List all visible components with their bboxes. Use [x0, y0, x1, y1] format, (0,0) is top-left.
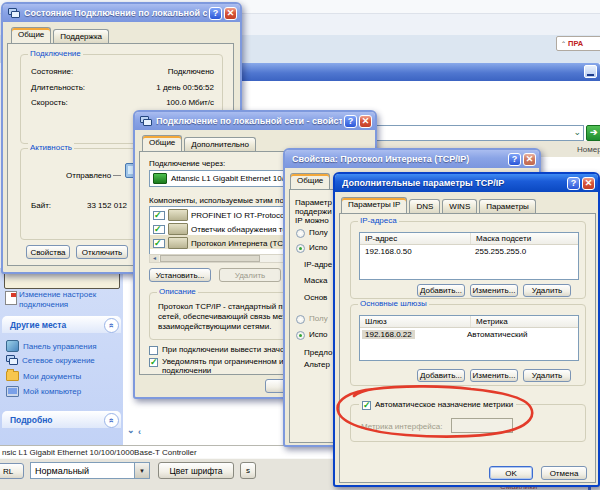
collapse-details-button[interactable]: » — [104, 413, 119, 428]
gateway-add-button[interactable]: Добавить... — [417, 369, 465, 382]
notify-checkbox[interactable] — [149, 358, 158, 367]
ip-address-row[interactable]: 192.168.0.50 255.255.255.0 — [360, 245, 578, 258]
ip-remove-label: Удалить — [532, 286, 563, 295]
tab-wins[interactable]: WINS — [442, 199, 477, 213]
tab-general[interactable]: Общие — [290, 173, 330, 189]
radio-use-ip[interactable]: Испо — [296, 243, 328, 253]
show-icon-checkbox[interactable] — [149, 346, 158, 355]
lan-properties-titlebar[interactable]: Подключение по локальной сети - свойства… — [135, 112, 375, 130]
col-ip-address[interactable]: IP-адрес — [360, 233, 471, 244]
ip-address-list[interactable]: IP-адрес Маска подсети 192.168.0.50 255.… — [359, 232, 579, 280]
interface-metric-input[interactable] — [451, 418, 513, 433]
radio-icon[interactable] — [296, 244, 305, 253]
url-button-fragment[interactable]: RL — [0, 463, 24, 479]
tab-options[interactable]: Параметры — [479, 199, 536, 213]
close-button[interactable]: ✕ — [523, 153, 536, 166]
close-button[interactable]: ✕ — [224, 7, 237, 20]
sidebar-item-my-documents[interactable]: Мои документы — [6, 371, 81, 381]
tcpip-titlebar[interactable]: Свойства: Протокол Интернета (TCP/IP) ? … — [285, 150, 539, 168]
cancel-button[interactable]: Отмена — [541, 466, 587, 480]
sidebar-item-label: Сетевое окружение — [22, 356, 95, 365]
radio-label: Испо — [309, 330, 328, 340]
radio-dns-auto[interactable]: Полу — [296, 314, 328, 324]
font-color-label: Цвет шрифта — [169, 466, 222, 476]
ok-button[interactable]: OK — [489, 466, 533, 480]
component-checkbox[interactable] — [153, 211, 165, 220]
close-button[interactable]: ✕ — [582, 177, 595, 190]
font-color-button[interactable]: Цвет шрифта — [158, 462, 234, 479]
component-checkbox[interactable] — [153, 239, 165, 248]
gateway-remove-button[interactable]: Удалить — [523, 369, 571, 382]
help-button[interactable]: ? — [508, 153, 521, 166]
edit-post-button[interactable]: ⌃ ПРА — [556, 36, 600, 51]
chevron-down-icon: ▼ — [139, 468, 145, 474]
address-input[interactable]: ⌄ — [373, 125, 584, 141]
speed-label: Скорость: — [31, 98, 68, 107]
topic-number-label: Номер т — [577, 145, 600, 155]
change-settings-line1[interactable]: Изменение настроек — [19, 290, 96, 300]
status-dialog-titlebar[interactable]: Состояние Подключение по локальной сети … — [3, 4, 240, 22]
background-window-titlebar[interactable] — [236, 63, 600, 81]
tab-advanced[interactable]: Дополнительно — [184, 137, 256, 151]
scroll-left-arrow-icon[interactable]: ◄ — [150, 255, 159, 262]
minimize-button[interactable] — [584, 65, 597, 78]
ip-remove-button[interactable]: Удалить — [523, 284, 571, 297]
scroll-thumb[interactable] — [160, 255, 260, 262]
list-header[interactable]: IP-адрес Маска подсети — [360, 233, 578, 245]
status-dialog-title: Состояние Подключение по локальной сети — [24, 8, 207, 18]
dropdown-button[interactable]: ▼ — [134, 463, 149, 478]
paragraph-style-select[interactable]: Нормальный ▼ — [30, 462, 150, 479]
change-settings-line2[interactable]: подключения — [19, 300, 68, 310]
radio-obtain-auto[interactable]: Полу — [296, 228, 328, 238]
connection-group-label: Подключение — [28, 49, 83, 59]
help-button[interactable]: ? — [567, 177, 580, 190]
collapse-other-places-button[interactable]: » — [104, 318, 119, 333]
go-button[interactable]: ➔ — [586, 125, 600, 141]
tab-general[interactable]: Общие — [142, 135, 182, 151]
help-button[interactable]: ? — [209, 7, 222, 20]
advanced-titlebar[interactable]: Дополнительные параметры TCP/IP ? ✕ — [335, 174, 598, 192]
details-title: Подробно — [10, 415, 53, 425]
tab-general[interactable]: Общие — [11, 27, 51, 43]
auto-metric-checkbox-row[interactable]: Автоматическое назначение метрики — [359, 400, 516, 410]
component-checkbox[interactable] — [153, 225, 165, 234]
col-metric[interactable]: Метрика — [471, 316, 578, 327]
col-gateway[interactable]: Шлюз — [360, 316, 471, 327]
ip-edit-button[interactable]: Изменить... — [470, 284, 518, 297]
uninstall-button[interactable]: Удалить — [219, 268, 281, 282]
radio-icon[interactable] — [296, 331, 305, 340]
show-icon-checkbox-row[interactable]: При подключении вывести значок в — [149, 345, 294, 355]
url-button-label: RL — [3, 467, 13, 476]
gateway-list[interactable]: Шлюз Метрика 192.168.0.22 Автоматический — [359, 315, 579, 361]
chevron-left-small-icon[interactable]: ‹ — [138, 427, 141, 437]
sidebar-item-label: Мой компьютер — [23, 387, 81, 396]
ip-add-button[interactable]: Добавить... — [417, 284, 465, 297]
gateway-edit-label: Изменить... — [473, 371, 516, 380]
tab-dns[interactable]: DNS — [409, 199, 440, 213]
install-button[interactable]: Установить... — [149, 268, 211, 282]
col-subnet-mask[interactable]: Маска подсети — [471, 233, 578, 244]
radio-icon[interactable] — [296, 315, 305, 324]
sidebar-item-network-places[interactable]: Сетевое окружение — [6, 355, 95, 366]
strike-button[interactable]: s — [240, 462, 256, 479]
gateway-row[interactable]: 192.168.0.22 Автоматический — [360, 328, 578, 341]
install-button-label: Установить... — [156, 271, 205, 280]
ip-addresses-group: IP-адреса IP-адрес Маска подсети 192.168… — [350, 221, 586, 299]
sidebar-item-my-computer[interactable]: Мой компьютер — [6, 386, 81, 397]
gateway-edit-button[interactable]: Изменить... — [470, 369, 518, 382]
close-button[interactable]: ✕ — [359, 115, 372, 128]
metric-value: Автоматический — [462, 328, 532, 341]
radio-dns-manual[interactable]: Испо — [296, 330, 328, 340]
auto-metric-checkbox[interactable] — [362, 401, 371, 410]
help-button[interactable]: ? — [344, 115, 357, 128]
chevron-down-small-icon[interactable]: ⌄ — [127, 425, 135, 435]
chevron-down-icon[interactable]: ⌄ — [573, 127, 581, 137]
tab-support[interactable]: Поддержка — [53, 29, 109, 43]
network-places-icon — [6, 355, 18, 366]
disconnect-button[interactable]: Отключить — [76, 245, 128, 259]
list-header[interactable]: Шлюз Метрика — [360, 316, 578, 328]
tab-ip-settings[interactable]: Параметры IP — [341, 197, 407, 213]
properties-button[interactable]: Свойства — [26, 245, 70, 259]
radio-icon[interactable] — [296, 229, 305, 238]
sidebar-item-control-panel[interactable]: Панель управления — [6, 340, 97, 352]
